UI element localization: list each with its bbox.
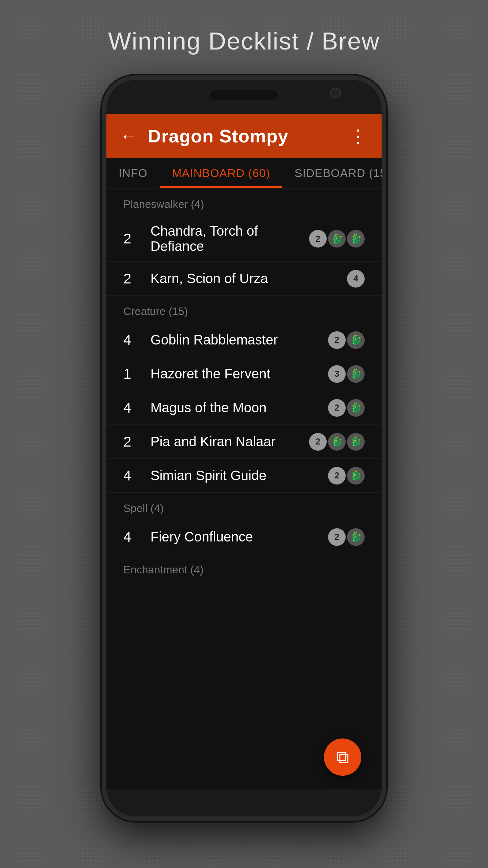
card-count: 2 <box>123 434 144 450</box>
app-header: ← Dragon Stompy ⋮ <box>106 114 382 158</box>
mana-red: 🐉 <box>347 399 365 417</box>
card-count: 2 <box>123 231 144 247</box>
card-name: Pia and Kiran Nalaar <box>150 434 309 449</box>
card-row[interactable]: 2 Pia and Kiran Nalaar 2 🐉 🐉 <box>106 425 382 459</box>
mana-generic: 4 <box>347 270 365 288</box>
overflow-menu-button[interactable]: ⋮ <box>349 126 368 146</box>
mana-cost: 3 🐉 <box>328 365 365 383</box>
tab-mainboard[interactable]: MAINBOARD (60) <box>160 158 282 188</box>
card-name: Karn, Scion of Urza <box>150 271 347 286</box>
section-spell: Spell (4) <box>106 493 382 520</box>
mana-cost: 2 🐉 🐉 <box>309 433 365 451</box>
mana-red: 🐉 <box>347 467 365 485</box>
section-enchantment: Enchantment (4) <box>106 554 382 581</box>
card-row-fiery[interactable]: 4 Fiery Confluence 2 🐉 <box>106 520 382 554</box>
mana-cost: 2 🐉 <box>328 528 365 546</box>
card-name: Simian Spirit Guide <box>150 468 328 483</box>
card-count: 1 <box>123 366 144 382</box>
mana-generic: 2 <box>328 528 346 546</box>
phone-frame: ← Dragon Stompy ⋮ INFO MAINBOARD (60) SI… <box>102 75 386 821</box>
phone-top-bar <box>106 80 382 114</box>
page-title: Winning Decklist / Brew <box>108 27 380 55</box>
card-name: Magus of the Moon <box>150 400 328 415</box>
mana-cost: 4 <box>347 270 365 288</box>
phone-bottom-bar <box>106 789 382 816</box>
card-name: Goblin Rabblemaster <box>150 332 328 348</box>
card-name: Chandra, Torch of Defiance <box>150 223 309 254</box>
card-count: 4 <box>123 400 144 416</box>
app-screen: ← Dragon Stompy ⋮ INFO MAINBOARD (60) SI… <box>106 114 382 789</box>
section-planeswalker: Planeswalker (4) <box>106 189 382 216</box>
phone-speaker <box>210 90 278 100</box>
card-row[interactable]: 4 Simian Spirit Guide 2 🐉 <box>106 459 382 493</box>
mana-generic: 2 <box>328 331 346 349</box>
mana-red: 🐉 <box>347 528 365 546</box>
fab-copy-button[interactable]: ⧉ <box>324 738 361 776</box>
tab-info[interactable]: INFO <box>106 158 160 188</box>
mana-cost: 2 🐉 🐉 <box>309 230 365 248</box>
card-row[interactable]: 2 Chandra, Torch of Defiance 2 🐉 🐉 <box>106 216 382 262</box>
mana-red: 🐉 <box>347 331 365 349</box>
mana-cost: 2 🐉 <box>328 399 365 417</box>
deck-content: Planeswalker (4) 2 Chandra, Torch of Def… <box>106 189 382 789</box>
mana-cost: 2 🐉 <box>328 467 365 485</box>
tab-sideboard[interactable]: SIDEBOARD (15) <box>282 158 382 188</box>
back-button[interactable]: ← <box>120 127 138 145</box>
card-row-magus[interactable]: 4 Magus of the Moon 2 🐉 <box>106 391 382 425</box>
phone-camera <box>330 87 341 98</box>
card-row[interactable]: 4 Goblin Rabblemaster 2 🐉 <box>106 323 382 357</box>
card-name: Hazoret the Fervent <box>150 366 328 381</box>
mana-generic: 2 <box>309 230 327 248</box>
mana-generic: 2 <box>309 433 327 451</box>
card-row[interactable]: 1 Hazoret the Fervent 3 🐉 <box>106 357 382 391</box>
mana-generic: 2 <box>328 399 346 417</box>
mana-red: 🐉 <box>347 433 365 451</box>
tab-bar: INFO MAINBOARD (60) SIDEBOARD (15) GI <box>106 158 382 189</box>
deck-title: Dragon Stompy <box>148 125 349 146</box>
copy-icon: ⧉ <box>337 747 349 768</box>
mana-generic: 2 <box>328 467 346 485</box>
section-creature: Creature (15) <box>106 296 382 323</box>
mana-red: 🐉 <box>347 230 365 248</box>
mana-red: 🐉 <box>328 230 346 248</box>
mana-red: 🐉 <box>328 433 346 451</box>
mana-cost: 2 🐉 <box>328 331 365 349</box>
card-count: 2 <box>123 271 144 287</box>
card-count: 4 <box>123 332 144 348</box>
mana-red: 🐉 <box>347 365 365 383</box>
card-row[interactable]: 2 Karn, Scion of Urza 4 <box>106 262 382 296</box>
card-name: Fiery Confluence <box>150 529 328 545</box>
mana-generic: 3 <box>328 365 346 383</box>
card-count: 4 <box>123 529 144 545</box>
card-count: 4 <box>123 468 144 484</box>
